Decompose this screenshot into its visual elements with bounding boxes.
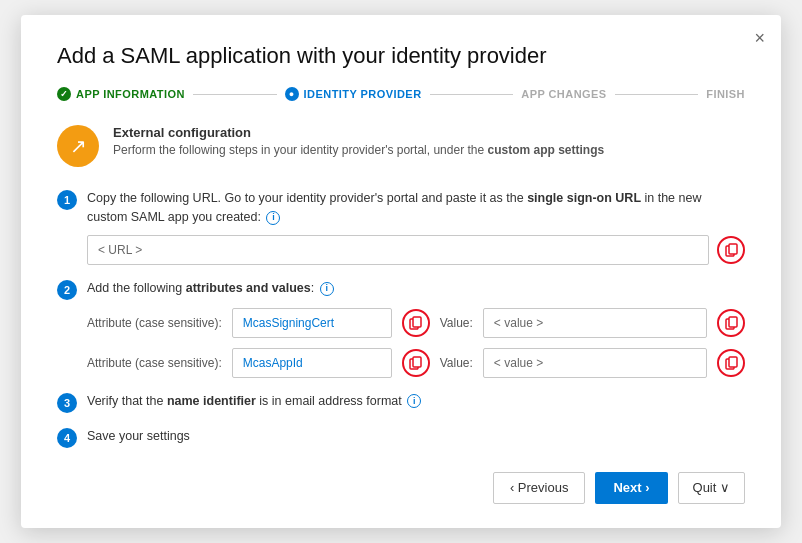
info-icon-3[interactable]: i [407,394,421,408]
copy-url-button[interactable] [717,236,745,264]
quit-button[interactable]: Quit ∨ [678,472,745,504]
step-content-2: Add the following attributes and values:… [87,279,745,378]
svg-rect-5 [729,317,737,327]
previous-button[interactable]: ‹ Previous [493,472,586,504]
step-app-info: ✓ APP INFORMATION [57,87,185,101]
info-icon-1[interactable]: i [266,211,280,225]
attr-row-2: Attribute (case sensitive): Value: [87,348,745,378]
step-content-1: Copy the following URL. Go to your ident… [87,189,745,265]
svg-rect-9 [729,357,737,367]
copy-val-2-button[interactable] [717,349,745,377]
url-input[interactable] [87,235,709,265]
step-item-4: 4 Save your settings [57,427,745,448]
svg-rect-7 [413,357,421,367]
step-num-3: 3 [57,393,77,413]
val-input-2[interactable] [483,348,707,378]
ext-config-text: External configuration Perform the follo… [113,125,604,157]
step-app-changes-label: APP CHANGES [521,88,606,100]
url-row [87,235,745,265]
copy-val-1-button[interactable] [717,309,745,337]
step-line-1 [193,94,277,95]
progress-steps: ✓ APP INFORMATION ● IDENTITY PROVIDER AP… [57,87,745,101]
svg-rect-1 [729,244,737,254]
next-button[interactable]: Next › [595,472,667,504]
attr-input-1[interactable] [232,308,392,338]
close-button[interactable]: × [754,29,765,47]
svg-rect-3 [413,317,421,327]
val-label-1: Value: [440,314,473,332]
step-item-3: 3 Verify that the name identifier is in … [57,392,745,413]
step-finish: FINISH [706,88,745,100]
main-dialog: × Add a SAML application with your ident… [21,15,781,527]
ext-config-icon: ↗ [57,125,99,167]
info-icon-2[interactable]: i [320,282,334,296]
step-num-1: 1 [57,190,77,210]
ext-config-subtitle: Perform the following steps in your iden… [113,143,604,157]
copy-attr-1-button[interactable] [402,309,430,337]
step-content-3: Verify that the name identifier is in em… [87,392,745,411]
copy-attr-2-button[interactable] [402,349,430,377]
footer: ‹ Previous Next › Quit ∨ [57,472,745,504]
step-app-info-icon: ✓ [57,87,71,101]
attr-row-1: Attribute (case sensitive): Value: [87,308,745,338]
attr-label-2: Attribute (case sensitive): [87,354,222,372]
step-num-2: 2 [57,280,77,300]
step-app-changes: APP CHANGES [521,88,606,100]
step-line-3 [615,94,699,95]
ext-config-section: ↗ External configuration Perform the fol… [57,125,745,167]
attr-label-1: Attribute (case sensitive): [87,314,222,332]
step-identity-provider-icon: ● [285,87,299,101]
ext-config-title: External configuration [113,125,604,140]
val-label-2: Value: [440,354,473,372]
attr-input-2[interactable] [232,348,392,378]
step-num-4: 4 [57,428,77,448]
step-identity-provider-label: IDENTITY PROVIDER [304,88,422,100]
step-item-1: 1 Copy the following URL. Go to your ide… [57,189,745,265]
step-finish-label: FINISH [706,88,745,100]
dialog-title: Add a SAML application with your identit… [57,43,745,69]
val-input-1[interactable] [483,308,707,338]
step-identity-provider: ● IDENTITY PROVIDER [285,87,422,101]
step-app-info-label: APP INFORMATION [76,88,185,100]
step-line-2 [430,94,514,95]
step-content-4: Save your settings [87,427,745,446]
step-item-2: 2 Add the following attributes and value… [57,279,745,378]
